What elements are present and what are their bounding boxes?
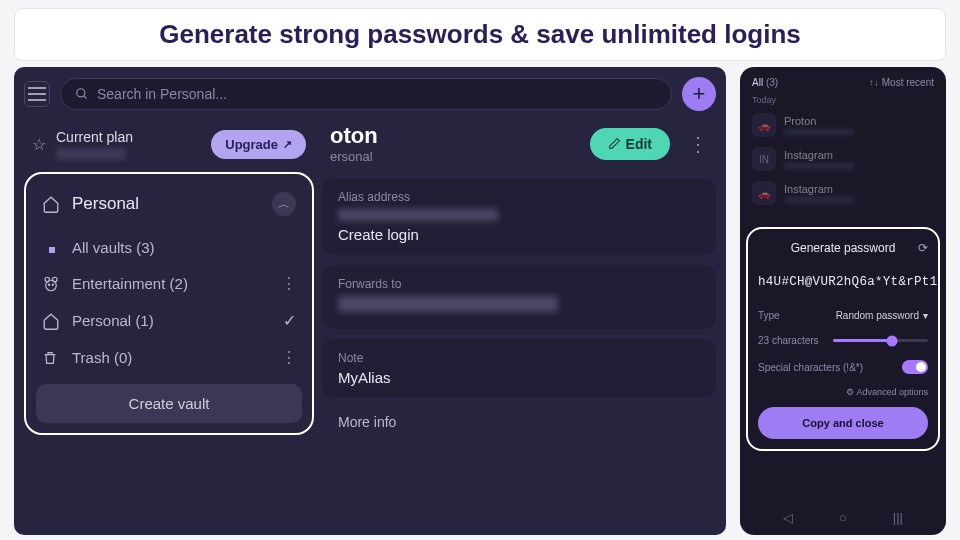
svg-line-1	[84, 96, 87, 99]
tab-all-count: (3)	[766, 77, 778, 88]
svg-point-0	[77, 89, 85, 97]
tab-all[interactable]: All	[752, 77, 763, 88]
item-avatar: 🚗	[752, 181, 776, 205]
edit-button[interactable]: Edit	[590, 128, 670, 160]
item-name: Instagram	[784, 149, 934, 161]
svg-point-5	[49, 284, 50, 285]
vault-item-personal[interactable]: Personal (1) ✓	[36, 302, 302, 339]
check-icon: ✓	[283, 311, 296, 330]
item-detail-blurred	[784, 129, 854, 135]
advanced-options-link[interactable]: ⚙ Advanced options	[758, 381, 928, 407]
svg-point-4	[46, 280, 57, 291]
home-icon	[42, 312, 62, 330]
home-icon	[42, 195, 62, 213]
vault-item-all[interactable]: ◆ All vaults (3)	[36, 230, 302, 265]
recent-button[interactable]: |||	[893, 510, 903, 525]
forwards-value-blurred	[338, 296, 558, 312]
length-slider[interactable]	[833, 339, 928, 342]
generated-password: h4U#CH@VUR2hQ6a*Yt&rPt1	[758, 265, 928, 303]
alias-value-blurred	[338, 209, 498, 221]
item-avatar: IN	[752, 147, 776, 171]
vault-item-label: Personal	[72, 312, 131, 329]
list-item[interactable]: 🚗 Instagram	[740, 176, 946, 210]
type-label: Type	[758, 310, 780, 321]
item-avatar: 🚗	[752, 113, 776, 137]
section-today: Today	[740, 92, 946, 108]
forwards-card: Forwards to	[322, 265, 716, 329]
search-input[interactable]: Search in Personal...	[60, 78, 672, 110]
vault-item-count: (0)	[114, 349, 132, 366]
create-vault-button[interactable]: Create vault	[36, 384, 302, 423]
sort-label: Most recent	[882, 77, 934, 88]
star-icon: ☆	[32, 135, 46, 154]
special-chars-toggle[interactable]	[902, 360, 928, 374]
list-item[interactable]: IN Instagram	[740, 142, 946, 176]
menu-icon[interactable]	[24, 81, 50, 107]
note-card: Note MyAlias	[322, 339, 716, 398]
upgrade-button[interactable]: Upgrade ↗	[211, 130, 306, 159]
current-vault-title: Personal	[72, 194, 262, 214]
chevron-down-icon: ▾	[923, 310, 928, 321]
item-detail-blurred	[784, 197, 854, 203]
generate-password-panel: Generate password ⟳ h4U#CH@VUR2hQ6a*Yt&r…	[746, 227, 940, 451]
list-item[interactable]: 🚗 Proton	[740, 108, 946, 142]
back-button[interactable]: ◁	[783, 510, 793, 525]
chevron-up-icon[interactable]: ︿	[272, 192, 296, 216]
item-name: Proton	[784, 115, 934, 127]
home-button[interactable]: ○	[839, 510, 847, 525]
pencil-icon	[608, 137, 621, 150]
banner-title: Generate strong passwords & save unlimit…	[14, 8, 946, 61]
item-more-icon[interactable]: ⋮	[688, 132, 708, 156]
refresh-icon[interactable]: ⟳	[918, 241, 928, 255]
item-detail-blurred	[784, 163, 854, 169]
vault-item-label: Trash	[72, 349, 110, 366]
note-value: MyAlias	[338, 369, 700, 386]
length-label: 23 characters	[758, 335, 819, 346]
external-link-icon: ↗	[283, 138, 292, 151]
item-name: Instagram	[784, 183, 934, 195]
type-selector[interactable]: Random password ▾	[836, 310, 928, 321]
copy-close-button[interactable]: Copy and close	[758, 407, 928, 439]
vault-item-count: (1)	[135, 312, 153, 329]
more-icon[interactable]: ⋮	[281, 348, 296, 367]
item-vault-label: ersonal	[330, 149, 580, 164]
search-placeholder: Search in Personal...	[97, 86, 227, 102]
edit-label: Edit	[626, 136, 652, 152]
vault-item-entertainment[interactable]: Entertainment (2) ⋮	[36, 265, 302, 302]
alias-card: Alias address Create login	[322, 178, 716, 255]
vault-item-label: All vaults	[72, 239, 132, 256]
generator-title: Generate password	[791, 241, 896, 255]
alias-label: Alias address	[338, 190, 700, 204]
desktop-app: Search in Personal... + ☆ Current plan U…	[14, 67, 726, 535]
upgrade-label: Upgrade	[225, 137, 278, 152]
vault-item-count: (2)	[170, 275, 188, 292]
diamond-icon: ◆	[45, 242, 60, 257]
sort-selector[interactable]: ↑↓ Most recent	[869, 77, 934, 88]
bear-icon	[42, 275, 62, 293]
item-title: oton	[330, 123, 580, 149]
svg-point-6	[52, 284, 53, 285]
create-login-link[interactable]: Create login	[338, 226, 700, 243]
vault-header[interactable]: Personal ︿	[36, 184, 302, 230]
more-icon[interactable]: ⋮	[281, 274, 296, 293]
plan-name-blurred	[56, 148, 126, 160]
type-value: Random password	[836, 310, 919, 321]
add-button[interactable]: +	[682, 77, 716, 111]
android-nav-bar: ◁ ○ |||	[740, 504, 946, 531]
plan-label: Current plan	[56, 129, 201, 145]
note-label: Note	[338, 351, 700, 365]
trash-icon	[42, 350, 62, 366]
special-chars-label: Special characters (!&*)	[758, 362, 863, 373]
vault-item-label: Entertainment	[72, 275, 165, 292]
vault-selector-panel: Personal ︿ ◆ All vaults (3) Entertainmen…	[24, 172, 314, 435]
vault-item-trash[interactable]: Trash (0) ⋮	[36, 339, 302, 376]
forwards-label: Forwards to	[338, 277, 700, 291]
more-info-link[interactable]: More info	[322, 408, 716, 436]
mobile-app: All (3) ↑↓ Most recent Today 🚗 Proton IN…	[740, 67, 946, 535]
search-icon	[75, 87, 89, 101]
vault-item-count: (3)	[136, 239, 154, 256]
